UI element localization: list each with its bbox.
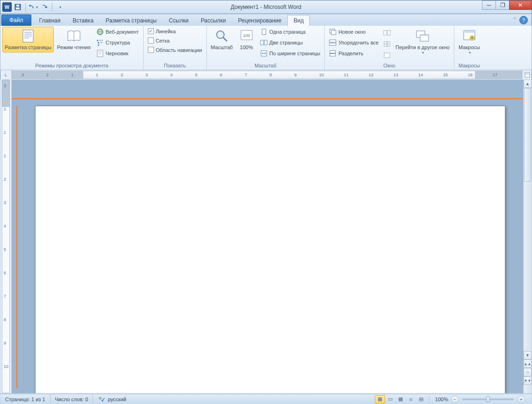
draft-icon xyxy=(96,50,104,57)
tab-file[interactable]: Файл xyxy=(1,15,31,26)
scroll-down-button[interactable]: ▼ xyxy=(524,351,532,360)
maximize-button[interactable]: ❐ xyxy=(496,0,510,10)
print-layout-view-button[interactable]: ▦ xyxy=(375,395,385,404)
zoom-slider[interactable] xyxy=(462,398,514,400)
ruler-toggle-button[interactable] xyxy=(522,70,532,80)
split-button[interactable]: Разделить xyxy=(327,48,381,59)
prev-page-button[interactable]: ▲▲ xyxy=(524,360,532,368)
svg-rect-36 xyxy=(387,30,390,35)
ruler-checkbox[interactable]: ✓ Линейка xyxy=(146,27,204,36)
horizontal-ruler-row: L 3211234567891011121314151617 xyxy=(0,70,532,80)
sync-scroll-button[interactable] xyxy=(382,39,392,49)
tab-mailings[interactable]: Рассылки xyxy=(195,15,232,26)
svg-rect-42 xyxy=(420,35,429,36)
one-page-icon xyxy=(260,28,268,36)
reading-mode-icon xyxy=(66,29,81,44)
navigation-pane-checkbox[interactable]: Область навигации xyxy=(146,45,204,54)
svg-rect-14 xyxy=(98,42,99,44)
vertical-scrollbar[interactable]: ▲ ▼ ▲▲ ○ ▼▼ xyxy=(523,80,532,393)
tab-references[interactable]: Ссылки xyxy=(163,15,195,26)
word-count-status[interactable]: Число слов: 0 xyxy=(51,394,94,404)
svg-rect-6 xyxy=(24,36,32,37)
annotation-line-vertical xyxy=(16,106,17,389)
outline-icon xyxy=(96,39,104,46)
reading-mode-button[interactable]: Режим чтения xyxy=(55,27,93,52)
web-layout-icon xyxy=(96,28,104,36)
ribbon: Разметка страницы Режим чтения Веб-докум… xyxy=(0,26,532,70)
save-button[interactable] xyxy=(13,2,23,12)
next-page-button[interactable]: ▼▼ xyxy=(524,376,532,385)
group-macros: Макросы ▾ Макросы xyxy=(454,26,484,70)
svg-rect-2 xyxy=(16,5,19,7)
tab-insert[interactable]: Вставка xyxy=(66,15,100,26)
annotation-line-horizontal xyxy=(12,98,523,99)
view-side-by-side-button[interactable] xyxy=(382,28,392,38)
switch-windows-button[interactable]: Перейти в другое окно▾ xyxy=(393,27,452,57)
zoom-level[interactable]: 100% xyxy=(432,397,451,402)
zoom-in-button[interactable]: + xyxy=(517,396,525,403)
two-pages-button[interactable]: Две страницы xyxy=(258,37,323,48)
svg-rect-39 xyxy=(384,53,390,58)
svg-line-22 xyxy=(223,37,227,41)
tab-view[interactable]: Вид xyxy=(287,15,310,26)
tab-page-layout[interactable]: Разметка страницы xyxy=(100,15,163,26)
outline-view-button[interactable]: ≡ xyxy=(406,395,416,404)
status-bar: Страница: 1 из 1 Число слов: 0 русский ▦… xyxy=(0,394,532,404)
page-number-status[interactable]: Страница: 1 из 1 xyxy=(0,394,51,404)
close-button[interactable]: ✕ xyxy=(509,0,532,10)
svg-rect-4 xyxy=(24,32,32,33)
svg-rect-26 xyxy=(261,40,263,45)
svg-text:100: 100 xyxy=(243,33,250,38)
document-page[interactable] xyxy=(35,106,505,393)
svg-rect-31 xyxy=(329,40,336,42)
collapse-ribbon-button[interactable]: ⌃ xyxy=(513,17,517,22)
minimize-button[interactable]: ─ xyxy=(482,0,496,10)
help-button[interactable]: ? xyxy=(519,16,528,24)
browse-object-button[interactable]: ○ xyxy=(524,368,532,376)
reset-window-button[interactable] xyxy=(382,50,392,60)
new-window-button[interactable]: Новое окно xyxy=(327,27,381,37)
svg-point-21 xyxy=(217,31,224,38)
checkbox-icon xyxy=(148,37,154,44)
group-window: Новое окно Упорядочить все Разделить xyxy=(325,26,454,70)
redo-button[interactable] xyxy=(39,2,50,12)
horizontal-ruler[interactable]: 3211234567891011121314151617 xyxy=(12,71,522,79)
print-layout-button[interactable]: Разметка страницы xyxy=(2,27,54,52)
arrange-all-button[interactable]: Упорядочить все xyxy=(327,37,381,48)
svg-rect-12 xyxy=(97,40,98,41)
svg-rect-32 xyxy=(329,43,336,45)
tab-selector[interactable]: L xyxy=(0,70,12,80)
zoom-100-icon: 100 xyxy=(239,29,254,44)
undo-button[interactable]: ▾ xyxy=(28,2,38,12)
title-bar: W ▾ ▾ Документ1 - Microsoft Word ─ ❐ ✕ xyxy=(0,0,532,14)
ribbon-tabs: Файл Главная Вставка Разметка страницы С… xyxy=(0,14,532,26)
draft-button[interactable]: Черновик xyxy=(94,48,141,59)
page-width-icon xyxy=(260,50,268,57)
gridlines-checkbox[interactable]: Сетка xyxy=(146,36,204,45)
one-page-button[interactable]: Одна страница xyxy=(258,27,323,37)
draft-view-button[interactable]: ▤ xyxy=(416,395,426,404)
zoom-out-button[interactable]: − xyxy=(451,396,459,403)
vertical-ruler[interactable]: 32112345678910 xyxy=(0,80,12,393)
web-view-button[interactable]: ▦ xyxy=(395,395,406,404)
svg-rect-13 xyxy=(99,40,103,41)
word-app-icon[interactable]: W xyxy=(2,2,12,12)
svg-rect-27 xyxy=(264,40,267,45)
qat-customize-button[interactable]: ▾ xyxy=(55,2,65,12)
quick-access-toolbar: W ▾ ▾ xyxy=(0,2,65,12)
zoom-button[interactable]: Масштаб xyxy=(209,27,235,52)
scroll-up-button[interactable]: ▲ xyxy=(524,80,532,88)
tab-review[interactable]: Рецензирование xyxy=(232,15,288,26)
outline-button[interactable]: Структура xyxy=(94,37,141,48)
page-width-button[interactable]: По ширине страницы xyxy=(258,48,323,59)
reading-view-button[interactable]: ▭ xyxy=(385,395,395,404)
scroll-thumb[interactable] xyxy=(524,88,531,182)
macros-button[interactable]: Макросы ▾ xyxy=(456,27,482,57)
language-status[interactable]: русский xyxy=(93,394,131,404)
svg-rect-44 xyxy=(464,30,475,33)
window-controls: ─ ❐ ✕ xyxy=(482,0,532,10)
zoom-100-button[interactable]: 100 100% xyxy=(236,27,257,52)
web-layout-button[interactable]: Веб-документ xyxy=(94,27,141,37)
document-viewport[interactable]: ▲ ▼ ▲▲ ○ ▼▼ xyxy=(12,80,532,393)
tab-home[interactable]: Главная xyxy=(33,15,67,26)
